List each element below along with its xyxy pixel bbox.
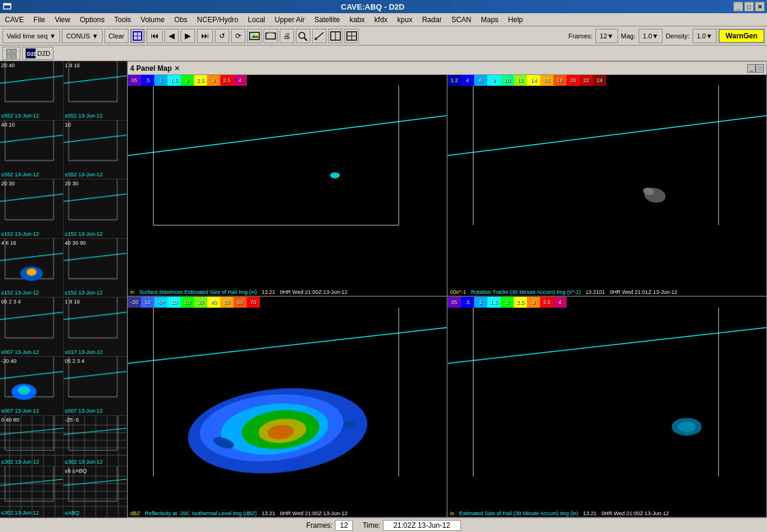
thumb-2-1[interactable]: 40 10 ≤552 13-Jun-12: [0, 121, 64, 179]
rotation-tracks-status: 00s^-1 Rotation Tracks (30 Minute Accum)…: [448, 288, 766, 296]
thumb-2-2[interactable]: 10 ≤552 13-Jun-12: [64, 121, 127, 179]
hail-30min-color-scale: 05.511.522.533.54: [448, 297, 567, 308]
maximize-button[interactable]: □: [744, 2, 754, 11]
zoom-button[interactable]: [296, 29, 310, 43]
skip-forward-button[interactable]: ⏭: [197, 29, 213, 43]
hail-max-status: in Surface Maximum Estimated Size of Hai…: [128, 288, 447, 296]
hail-unit-label: in: [130, 289, 134, 295]
thumb-7-1[interactable]: 0 40 80 ≤302 13-Jun-12: [0, 416, 64, 466]
print-button[interactable]: 🖨: [280, 29, 294, 43]
thumb-row-1: 20 40 ≤552 13-Jun-12 1 8 16 ≤552 13-Jun-…: [0, 61, 127, 121]
status-frames-label: Frames:: [306, 521, 332, 530]
map-panel-hail-max[interactable]: 05.511.522.533.54 in Surface Maximum Est…: [128, 75, 447, 296]
warngen-button[interactable]: WarnGen: [718, 29, 765, 43]
thumb-1-2[interactable]: 1 8 16 ≤552 13-Jun-12: [64, 61, 127, 120]
reflectivity-color-scale: -2010-0+10203040506070: [128, 297, 260, 308]
capture-button[interactable]: [263, 29, 278, 43]
status-bar: Frames: 12 Time: 21:02Z 13-Jun-12: [0, 518, 767, 532]
grid-button[interactable]: [344, 29, 359, 43]
menu-kpux[interactable]: kpux: [393, 14, 417, 25]
thumb-5-2[interactable]: 1 8 16 ≤017 13-Jun-12: [64, 297, 127, 356]
thumb-4-1[interactable]: 4 6 16 ≤152 13-Jun-12: [0, 239, 64, 297]
minimize-button[interactable]: _: [733, 2, 743, 11]
menu-radar[interactable]: Radar: [417, 14, 447, 25]
valid-time-seq-dropdown-icon: ▼: [49, 32, 56, 40]
update-button[interactable]: ⟳: [231, 29, 245, 43]
thumb-3-1[interactable]: 20 30 ≤152 13-Jun-12: [0, 179, 64, 238]
menu-local[interactable]: Local: [243, 14, 270, 25]
map-panel-rotation-tracks[interactable]: 1 24681012141618202224 00s^-1 Rotation T…: [448, 75, 766, 296]
menu-volume[interactable]: Volume: [136, 14, 169, 25]
d2d-button[interactable]: D2D D2D: [22, 47, 53, 60]
hail-max-color-scale: 05.511.522.533.54: [128, 75, 247, 86]
prev-button[interactable]: ◀: [164, 29, 179, 43]
menu-satellite[interactable]: Satellite: [310, 14, 345, 25]
clear-label: Clear: [109, 32, 124, 40]
mag-value[interactable]: 1.0 ▼: [639, 29, 663, 43]
mag-count: 1.0: [643, 32, 652, 40]
hail-max-time: 0HR Wed 21:00Z 13-Jun-12: [280, 289, 347, 295]
next-button[interactable]: ▶: [181, 29, 195, 43]
menu-upper-air[interactable]: Upper Air: [270, 14, 310, 25]
density-count: 1.0: [697, 32, 706, 40]
status-frames: Frames: 12: [306, 520, 353, 531]
menu-kfdx[interactable]: kfdx: [370, 14, 393, 25]
menu-help[interactable]: Help: [504, 14, 528, 25]
svg-rect-21: [12, 49, 16, 53]
thumb-8-1[interactable]: ≤302 13-Jun-12: [0, 467, 64, 517]
panel-titlebar: 4 Panel Map ✕ _ □: [128, 62, 766, 75]
status-time-label: Time:: [362, 521, 380, 530]
thumb-1-1[interactable]: 20 40 ≤552 13-Jun-12: [0, 61, 64, 120]
menu-cave[interactable]: CAVE: [0, 14, 29, 25]
panel-maximize-button[interactable]: □: [756, 64, 764, 73]
panel-title: 4 Panel Map: [130, 64, 172, 73]
svg-line-12: [315, 32, 323, 40]
menu-file[interactable]: File: [29, 14, 50, 25]
menu-ncep-hydro[interactable]: NCEP/Hydro: [192, 14, 243, 25]
image-button[interactable]: [247, 29, 262, 43]
grid-icon-button[interactable]: [2, 47, 20, 60]
valid-time-seq-button[interactable]: Valid time seq ▼: [2, 29, 60, 43]
svg-rect-9: [268, 32, 273, 34]
thumb-6-1[interactable]: -20 40 ≤007 13-Jun-12: [0, 357, 64, 416]
frame-select-icon[interactable]: [130, 29, 145, 43]
menu-view[interactable]: View: [50, 14, 75, 25]
skip-back-button[interactable]: ⏮: [146, 29, 163, 43]
panel-close-icon: ✕: [174, 64, 180, 73]
conus-label: CONUS: [66, 32, 90, 40]
map-panel-reflectivity[interactable]: -2010-0+10203040506070 dBZ Reflectivity …: [128, 297, 447, 518]
thumb-6-2[interactable]: 05 2 3 4 ≤007 13-Jun-12: [64, 357, 127, 416]
clear-button[interactable]: Clear: [104, 29, 128, 43]
thumb-row-3: 20 30 ≤152 13-Jun-12 20 30 ≤152 13-Jun-1…: [0, 179, 127, 239]
svg-text:D2D: D2D: [27, 51, 36, 57]
menu-scan[interactable]: SCAN: [447, 14, 476, 25]
panel-minimize-button[interactable]: _: [747, 64, 756, 73]
conus-button[interactable]: CONUS ▼: [62, 29, 103, 43]
density-value[interactable]: 1.0 ▼: [693, 29, 717, 43]
conus-dropdown-icon: ▼: [92, 32, 98, 40]
four-panel-map: 4 Panel Map ✕ _ □ 05.511.522.533.54 in S…: [127, 61, 767, 518]
status-time-value: 21:02Z 13-Jun-12: [383, 520, 461, 531]
thumb-5-1[interactable]: 05 2 3 4 ≤007 13-Jun-12: [0, 297, 64, 356]
frames-value[interactable]: 12 ▼: [595, 29, 618, 43]
reflectivity-unit-label: dBZ: [130, 510, 140, 516]
menu-obs[interactable]: Obs: [169, 14, 192, 25]
thumb-7-2[interactable]: -25 -5 ≤302 13-Jun-12: [64, 416, 127, 466]
menu-options[interactable]: Options: [75, 14, 109, 25]
loop-button[interactable]: ↺: [215, 29, 229, 43]
close-button[interactable]: ✕: [755, 2, 765, 11]
thumb-row-8: ≤302 13-Jun-12 ≤6 ≤ABQ ≤ABQ: [0, 467, 127, 518]
menu-tools[interactable]: Tools: [109, 14, 136, 25]
frames-count: 12: [600, 32, 607, 40]
layout-button[interactable]: [328, 29, 343, 43]
thumb-row-2: 40 10 ≤552 13-Jun-12 10 ≤552 13-Jun-12: [0, 121, 127, 180]
thumb-8-2[interactable]: ≤6 ≤ABQ ≤ABQ: [64, 467, 127, 517]
measure-button[interactable]: [312, 29, 326, 43]
thumb-row-4: 4 6 16 ≤152 13-Jun-12 40 30 90 ≤152 13-J…: [0, 239, 127, 298]
rotation-label: Rotation Tracks (30 Minute Accum) Img (s…: [471, 289, 581, 295]
menu-maps[interactable]: Maps: [476, 14, 503, 25]
menu-kabx[interactable]: kabx: [344, 14, 369, 25]
map-panel-hail-30min[interactable]: 05.511.522.533.54 in Estimated Size of H…: [448, 297, 766, 518]
thumb-4-2[interactable]: 40 30 90 ≤152 13-Jun-12: [64, 239, 127, 297]
thumb-3-2[interactable]: 20 30 ≤152 13-Jun-12: [64, 179, 127, 238]
